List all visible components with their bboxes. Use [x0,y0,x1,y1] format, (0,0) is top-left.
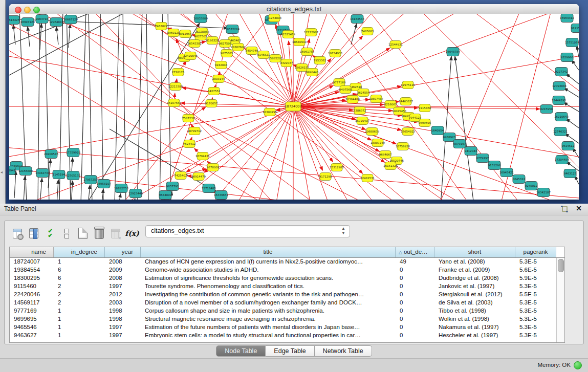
network-node-teal[interactable]: 9245012 [525,182,538,190]
tab-network-table[interactable]: Network Table [315,345,372,357]
table-row[interactable]: 977716911998Corpus callosum shape and si… [10,307,556,315]
network-node-yellow[interactable]: 16151325 [383,162,398,170]
network-node-yellow[interactable]: 7386372 [354,107,366,115]
network-node-yellow[interactable]: 7587236 [182,115,195,122]
network-node-yellow[interactable]: 9115460 [419,104,431,112]
network-node-yellow[interactable]: 15720407 [355,117,369,125]
network-node-teal[interactable]: 1145194 [53,170,66,179]
network-node-teal[interactable]: 12444195 [552,96,566,105]
network-node-yellow[interactable]: 16107553 [167,99,181,107]
network-node-yellow[interactable]: 9170057 [205,100,218,107]
network-node-yellow[interactable]: 18799712 [187,127,202,135]
unselect-all-button[interactable] [59,226,74,241]
network-node-yellow[interactable]: 9777169 [333,79,346,86]
float-panel-icon[interactable] [560,205,569,213]
network-node-yellow[interactable]: 28367608 [231,43,245,51]
network-node-yellow[interactable]: 8427552 [208,87,221,95]
network-node-yellow[interactable]: 12213383 [168,83,183,91]
network-node-teal[interactable]: 17957253 [83,176,98,184]
network-node-yellow[interactable]: 9684067 [379,151,392,159]
network-node-yellow[interactable]: 8912954 [179,30,192,38]
network-node-yellow[interactable]: 12975115 [401,81,415,89]
network-node-teal[interactable]: 18572224 [225,25,239,34]
network-node-teal[interactable]: 9121554 [571,24,579,33]
table-row[interactable]: 946554611997Estimation of the future num… [10,323,556,332]
network-node-teal[interactable]: 17304454 [555,156,569,164]
column-header-year[interactable]: year [105,247,141,257]
network-node-teal[interactable]: 16339651 [214,191,228,200]
network-node-yellow[interactable]: 16543382 [187,40,202,48]
network-node-teal[interactable]: 12156889 [18,167,33,176]
network-node-teal[interactable]: 3915941 [9,166,15,175]
network-node-teal[interactable]: 6879197 [453,140,466,148]
network-node-teal[interactable]: 16945421 [499,168,514,177]
network-node-yellow[interactable]: 9678009 [207,164,220,171]
import-table-button[interactable] [108,226,123,241]
network-node-teal[interactable]: 15716485 [202,184,216,193]
column-visibility-button[interactable] [26,226,41,241]
network-node-teal[interactable]: 12746321 [553,127,568,136]
network-node-yellow[interactable]: 9827505 [194,33,207,40]
network-node-teal[interactable]: 16997123 [20,18,35,27]
tab-edge-table[interactable]: Edge Table [266,345,314,357]
network-node-teal[interactable]: 8463125 [564,169,577,178]
network-node-yellow[interactable]: 16914479 [191,173,206,181]
network-node-yellow[interactable]: 8960128 [167,29,180,37]
network-node-teal[interactable]: 9151298 [488,161,501,170]
table-mode-button[interactable] [10,226,25,241]
table-row[interactable]: 969969511998Structural magnetic resonanc… [10,315,556,323]
network-node-yellow[interactable]: 15312985 [330,164,344,171]
tab-node-table[interactable]: Node Table [216,345,266,357]
network-node-yellow[interactable]: 10688639 [365,128,379,136]
network-node-yellow[interactable]: 12481531 [360,174,375,182]
table-row[interactable]: 946362711997Embryonic stem cells: a mode… [10,332,556,340]
network-canvas[interactable]: 6613425169971239063718129648411666712916… [9,14,579,200]
network-node-teal[interactable]: 16210643 [554,113,569,121]
table-row[interactable]: 2242004622012Investigating the contribut… [10,291,556,299]
network-node-yellow[interactable]: 7463822 [155,23,168,30]
network-node-teal[interactable]: 13942737 [35,169,50,178]
network-node-teal[interactable]: 9412043 [465,147,477,156]
network-node-yellow[interactable]: 18807249 [371,139,385,147]
side-splitter[interactable]: ◂ [0,0,6,204]
network-node-yellow[interactable]: 22420046 [183,52,198,60]
network-node-yellow[interactable]: 9875685 [221,50,233,57]
delete-table-button[interactable] [92,226,107,241]
network-node-teal[interactable]: 16342187 [536,188,551,197]
network-node-yellow[interactable]: 8186328 [206,37,219,45]
network-node-yellow[interactable]: 8454749 [246,47,258,55]
table-row[interactable]: 1830029562008Estimation of significance … [10,274,556,282]
column-header-name[interactable]: name [10,247,54,257]
close-panel-icon[interactable]: ✕ [576,204,582,212]
network-node-yellow[interactable]: 7425402 [175,172,187,180]
network-node-teal[interactable]: 9614512 [562,142,575,150]
table-row[interactable]: 1938455462009Genome-wide association stu… [10,266,556,274]
network-node-yellow[interactable]: 14463627 [399,98,413,105]
table-scrollbar[interactable] [556,258,564,342]
network-node-yellow[interactable]: 16794431 [195,152,210,160]
network-node-yellow[interactable]: 16961758 [300,48,314,56]
network-node-teal[interactable]: 15751074 [565,38,579,47]
network-node-teal[interactable]: 9227342 [555,68,568,76]
network-node-teal[interactable]: 16033809 [193,14,208,23]
network-node-teal[interactable]: 8779197 [476,154,489,163]
network-node-yellow[interactable]: 9990443 [306,69,319,76]
function-builder-button[interactable]: f(x) [124,226,140,241]
network-node-teal[interactable]: 9674809 [159,191,172,200]
network-node-yellow[interactable]: 8322037 [280,59,293,67]
network-node-yellow[interactable]: 8497568 [339,86,352,94]
column-header-out-degree[interactable]: △out_de… [396,247,434,257]
column-header-pagerank[interactable]: pagerank [515,247,556,257]
citation-network-graph[interactable]: 6613425169971239063718129648411666712916… [9,14,579,200]
network-node-yellow[interactable]: 9699695 [419,119,431,127]
network-node-yellow[interactable]: 12212987 [304,29,318,36]
network-node-yellow[interactable]: 18640910 [292,38,307,46]
network-node-yellow[interactable]: 2718176 [172,69,185,76]
network-node-teal[interactable]: 12505135 [66,171,80,180]
column-header-short[interactable]: short [434,247,515,257]
network-node-teal[interactable]: 20206576 [44,150,58,159]
network-node-teal[interactable]: 9063718 [36,15,49,24]
network-node-teal[interactable]: 16958107 [97,180,111,188]
network-node-teal[interactable]: 12964841 [49,18,63,27]
network-node-yellow[interactable]: 9171298 [319,173,332,181]
